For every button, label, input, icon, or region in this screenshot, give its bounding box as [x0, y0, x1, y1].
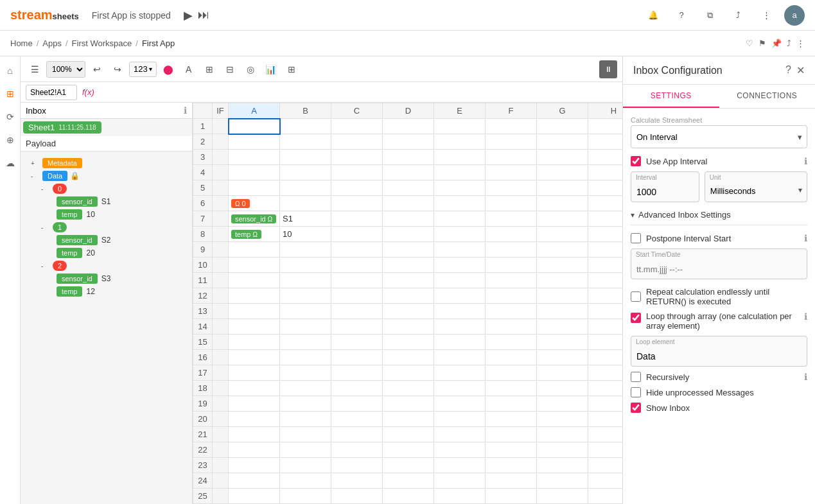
cell-3-f[interactable]: [486, 150, 537, 165]
cell-22-d[interactable]: [383, 442, 434, 458]
cell-11-c[interactable]: [331, 273, 383, 288]
cell-9-f[interactable]: [486, 242, 537, 257]
cell-13-a[interactable]: [229, 304, 280, 319]
cell-17-h[interactable]: [588, 365, 623, 381]
col-header-g[interactable]: G: [537, 103, 588, 119]
share-icon[interactable]: ⤴: [728, 5, 748, 26]
loop-checkbox[interactable]: [631, 313, 641, 323]
cell-11-f[interactable]: [486, 273, 537, 288]
cell-8-g[interactable]: [537, 227, 588, 242]
cell-7-b[interactable]: S1: [280, 211, 331, 227]
item-1-toggle[interactable]: -: [41, 224, 49, 231]
calculate-select[interactable]: On Interval On Data Arrival Continuously: [631, 125, 807, 148]
cell-17-d[interactable]: [383, 365, 434, 381]
cell-14-f[interactable]: [486, 319, 537, 335]
if-cell-14[interactable]: [213, 319, 229, 335]
cell-4-c[interactable]: [331, 165, 383, 180]
cell-18-d[interactable]: [383, 381, 434, 396]
cell-2-a[interactable]: [229, 134, 280, 150]
cell-21-c[interactable]: [331, 427, 383, 442]
if-cell-3[interactable]: [213, 150, 229, 165]
cell-20-e[interactable]: [434, 412, 486, 427]
cell-12-h[interactable]: [588, 288, 623, 304]
cell-14-g[interactable]: [537, 319, 588, 335]
cell-22-e[interactable]: [434, 442, 486, 458]
app-logo[interactable]: streamsheets: [10, 8, 79, 22]
inbox-info-icon[interactable]: ℹ: [184, 105, 187, 116]
if-cell-23[interactable]: [213, 458, 229, 473]
item-1-temp-tag[interactable]: temp: [57, 248, 82, 258]
if-cell-4[interactable]: [213, 165, 229, 180]
cell-2-d[interactable]: [383, 134, 434, 150]
cell-13-d[interactable]: [383, 304, 434, 319]
use-app-interval-info-icon[interactable]: ℹ: [804, 156, 807, 166]
cell-17-c[interactable]: [331, 365, 383, 381]
pause-button[interactable]: ⏸: [599, 60, 617, 78]
cell-18-g[interactable]: [537, 381, 588, 396]
cell-7-c[interactable]: [331, 211, 383, 227]
cell-24-d[interactable]: [383, 473, 434, 489]
repeat-checkbox[interactable]: [631, 291, 641, 302]
cell-21-a[interactable]: [229, 427, 280, 442]
cell-8-h[interactable]: [588, 227, 623, 242]
cell-23-b[interactable]: [280, 458, 331, 473]
cell-25-d[interactable]: [383, 489, 434, 504]
cell-13-g[interactable]: [537, 304, 588, 319]
item-0-index[interactable]: 0: [53, 184, 67, 194]
breadcrumb-apps[interactable]: Apps: [42, 39, 62, 48]
cell-21-g[interactable]: [537, 427, 588, 442]
favorite-icon[interactable]: ♡: [746, 39, 753, 48]
if-cell-13[interactable]: [213, 304, 229, 319]
cell-9-c[interactable]: [331, 242, 383, 257]
cell-2-f[interactable]: [486, 134, 537, 150]
table-button[interactable]: ⊞: [283, 60, 301, 78]
cell-22-h[interactable]: [588, 442, 623, 458]
cell-4-h[interactable]: [588, 165, 623, 180]
cell-23-h[interactable]: [588, 458, 623, 473]
cell-16-g[interactable]: [537, 350, 588, 365]
cell-10-h[interactable]: [588, 257, 623, 273]
reference-button[interactable]: ◎: [241, 60, 259, 78]
cell-3-c[interactable]: [331, 150, 383, 165]
more-icon[interactable]: ⋮: [756, 5, 776, 26]
cell-2-b[interactable]: [280, 134, 331, 150]
cell-20-c[interactable]: [331, 412, 383, 427]
if-cell-25[interactable]: [213, 489, 229, 504]
cell-1-d[interactable]: [383, 119, 434, 134]
cell-20-d[interactable]: [383, 412, 434, 427]
cell-25-e[interactable]: [434, 489, 486, 504]
cell-23-g[interactable]: [537, 458, 588, 473]
inbox-title-input[interactable]: [26, 106, 184, 116]
cell-4-e[interactable]: [434, 165, 486, 180]
cell-18-b[interactable]: [280, 381, 331, 396]
cell-13-h[interactable]: [588, 304, 623, 319]
help-icon[interactable]: ?: [671, 5, 692, 26]
cell-15-h[interactable]: [588, 335, 623, 350]
cell-12-a[interactable]: [229, 288, 280, 304]
cell-2-h[interactable]: [588, 134, 623, 150]
cell-10-e[interactable]: [434, 257, 486, 273]
recursively-checkbox[interactable]: [631, 372, 641, 382]
cell-24-h[interactable]: [588, 473, 623, 489]
cell-22-c[interactable]: [331, 442, 383, 458]
cell-18-a[interactable]: [229, 381, 280, 396]
cell-1-g[interactable]: [537, 119, 588, 134]
cell-6-g[interactable]: [537, 196, 588, 211]
cell-8-b[interactable]: 10: [280, 227, 331, 242]
cell-1-e[interactable]: [434, 119, 486, 134]
cell-25-b[interactable]: [280, 489, 331, 504]
recursively-info-icon[interactable]: ℹ: [804, 372, 807, 382]
cell-20-b[interactable]: [280, 412, 331, 427]
cell-4-f[interactable]: [486, 165, 537, 180]
item-1-index[interactable]: 1: [53, 222, 67, 232]
cell-14-e[interactable]: [434, 319, 486, 335]
cell-reference-input[interactable]: [26, 85, 77, 100]
if-cell-16[interactable]: [213, 350, 229, 365]
show-inbox-checkbox[interactable]: [631, 403, 641, 413]
metadata-tag[interactable]: Metadata: [42, 158, 82, 168]
if-cell-2[interactable]: [213, 134, 229, 150]
cell-24-e[interactable]: [434, 473, 486, 489]
sidebar-cloud-icon[interactable]: ☁: [1, 154, 19, 172]
merge-button[interactable]: ⊟: [221, 60, 239, 78]
cell-17-b[interactable]: [280, 365, 331, 381]
